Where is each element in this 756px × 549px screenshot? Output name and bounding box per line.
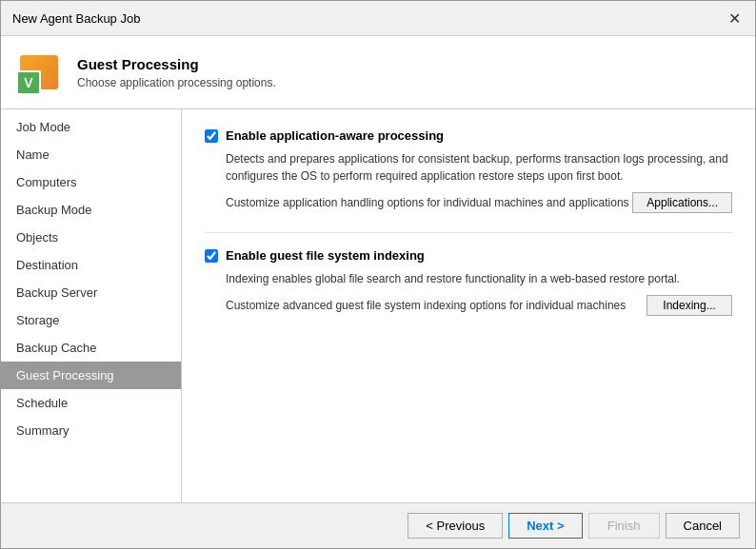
footer: < Previous Next > Finish Cancel: [1, 502, 755, 548]
section-app-aware: Enable application-aware processing Dete…: [205, 128, 732, 213]
section-divider: [205, 232, 732, 233]
sidebar: Job Mode Name Computers Backup Mode Obje…: [1, 109, 182, 502]
v-icon: V: [16, 70, 41, 95]
indexing-checkbox-row: Enable guest file system indexing: [205, 248, 732, 263]
previous-button[interactable]: < Previous: [408, 513, 503, 539]
sidebar-item-backup-server[interactable]: Backup Server: [1, 279, 181, 306]
app-aware-customize-text: Customize application handling options f…: [226, 196, 629, 209]
indexing-description: Indexing enables global file search and …: [226, 270, 732, 287]
indexing-customize-text: Customize advanced guest file system ind…: [226, 299, 626, 312]
app-aware-label[interactable]: Enable application-aware processing: [226, 128, 444, 143]
sidebar-item-schedule[interactable]: Schedule: [1, 389, 181, 417]
dialog-title: New Agent Backup Job: [12, 11, 140, 26]
main-content: Job Mode Name Computers Backup Mode Obje…: [1, 109, 755, 502]
app-aware-checkbox-row: Enable application-aware processing: [205, 128, 732, 143]
sidebar-item-name[interactable]: Name: [1, 141, 181, 168]
indexing-customize-row: Customize advanced guest file system ind…: [226, 295, 732, 316]
app-aware-description: Detects and prepares applications for co…: [226, 150, 732, 185]
close-button[interactable]: ✕: [725, 9, 744, 28]
app-aware-customize-row: Customize application handling options f…: [226, 192, 732, 213]
content-area: Enable application-aware processing Dete…: [182, 109, 755, 502]
dialog: New Agent Backup Job ✕ V Guest Processin…: [0, 0, 756, 549]
header-icon: V: [16, 49, 62, 95]
header-section: V Guest Processing Choose application pr…: [1, 36, 755, 109]
sidebar-item-computers[interactable]: Computers: [1, 168, 181, 196]
title-bar: New Agent Backup Job ✕: [1, 1, 755, 36]
sidebar-item-backup-cache[interactable]: Backup Cache: [1, 334, 181, 362]
header-title: Guest Processing: [77, 56, 276, 72]
header-subtitle: Choose application processing options.: [77, 76, 276, 89]
header-text: Guest Processing Choose application proc…: [77, 56, 276, 89]
sidebar-item-guest-processing[interactable]: Guest Processing: [1, 362, 181, 389]
sidebar-item-storage[interactable]: Storage: [1, 306, 181, 334]
sidebar-item-backup-mode[interactable]: Backup Mode: [1, 196, 181, 224]
indexing-checkbox[interactable]: [205, 249, 218, 263]
applications-button[interactable]: Applications...: [632, 192, 732, 213]
finish-button[interactable]: Finish: [588, 513, 660, 539]
sidebar-item-job-mode[interactable]: Job Mode: [1, 113, 181, 141]
next-button[interactable]: Next >: [508, 513, 582, 539]
app-aware-checkbox[interactable]: [205, 129, 218, 143]
sidebar-item-destination[interactable]: Destination: [1, 251, 181, 279]
section-indexing: Enable guest file system indexing Indexi…: [205, 248, 732, 316]
sidebar-item-objects[interactable]: Objects: [1, 224, 181, 251]
cancel-button[interactable]: Cancel: [666, 513, 740, 539]
indexing-button[interactable]: Indexing...: [647, 295, 732, 316]
sidebar-item-summary[interactable]: Summary: [1, 417, 181, 444]
indexing-label[interactable]: Enable guest file system indexing: [226, 248, 425, 263]
